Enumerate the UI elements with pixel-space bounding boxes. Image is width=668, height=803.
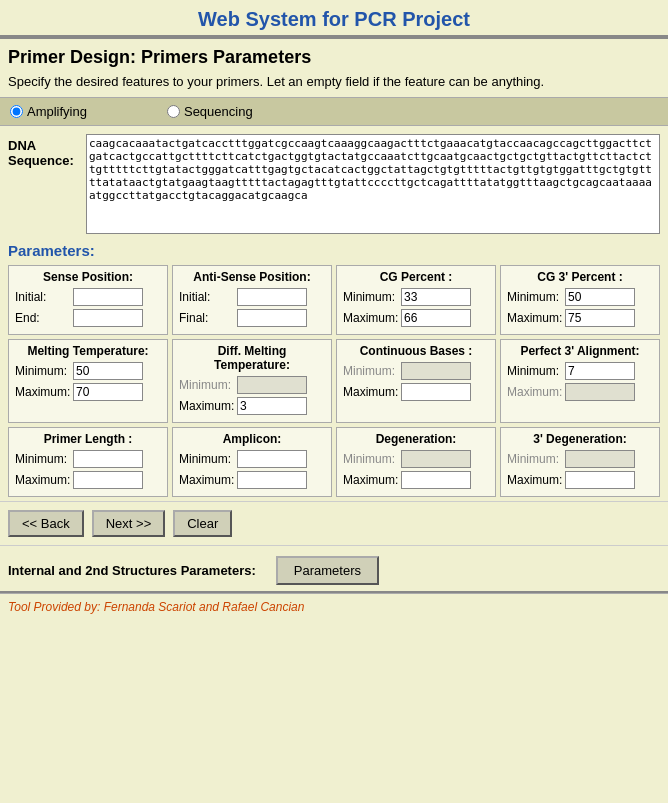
perfect3-min-input[interactable] [565,362,635,380]
degen-min-row: Minimum: [343,450,489,468]
degeneration3-title: 3' Degeneration: [507,432,653,446]
cg-min-label: Minimum: [343,290,401,304]
melt-min-label: Minimum: [15,364,73,378]
cg-min-input[interactable] [401,288,471,306]
next-button[interactable]: Next >> [92,510,166,537]
degen3-min-row: Minimum: [507,450,653,468]
degen-min-label: Minimum: [343,452,401,466]
header: Web System for PCR Project [0,0,668,37]
perfect3-alignment-box: Perfect 3' Alignment: Minimum: Maximum: [500,339,660,423]
melt-max-label: Maximum: [15,385,73,399]
degen-max-input[interactable] [401,471,471,489]
footer-authors: Fernanda Scariot and Rafael Cancian [104,600,305,614]
description: Specify the desired features to your pri… [0,72,668,97]
cont-min-row: Minimum: [343,362,489,380]
melt-min-row: Minimum: [15,362,161,380]
anti-initial-row: Initial: [179,288,325,306]
cont-max-row: Maximum: [343,383,489,401]
amplicon-title: Amplicon: [179,432,325,446]
dna-textarea[interactable]: caagcacaaatactgatcacctttggatcgccaagtcaaa… [86,134,660,234]
degen3-max-input[interactable] [565,471,635,489]
amplicon-max-input[interactable] [237,471,307,489]
anti-sense-position-box: Anti-Sense Position: Initial: Final: [172,265,332,335]
anti-sense-position-title: Anti-Sense Position: [179,270,325,284]
sequencing-radio[interactable] [167,105,180,118]
sense-position-title: Sense Position: [15,270,161,284]
sense-initial-label: Initial: [15,290,73,304]
primer-len-max-input[interactable] [73,471,143,489]
primer-len-min-input[interactable] [73,450,143,468]
perfect3-min-label: Minimum: [507,364,565,378]
amplicon-min-input[interactable] [237,450,307,468]
degeneration-box: Degeneration: Minimum: Maximum: [336,427,496,497]
cg-min-row: Minimum: [343,288,489,306]
diff-melting-box: Diff. Melting Temperature: Minimum: Maxi… [172,339,332,423]
diff-melt-max-label: Maximum: [179,399,237,413]
amplicon-min-label: Minimum: [179,452,237,466]
cg-percent-box: CG Percent : Minimum: Maximum: [336,265,496,335]
cg3-min-label: Minimum: [507,290,565,304]
degen3-max-label: Maximum: [507,473,565,487]
diff-melt-min-input [237,376,307,394]
cont-min-input [401,362,471,380]
primer-length-title: Primer Length : [15,432,161,446]
primer-len-max-row: Maximum: [15,471,161,489]
sense-end-input[interactable] [73,309,143,327]
sense-initial-input[interactable] [73,288,143,306]
perfect3-alignment-title: Perfect 3' Alignment: [507,344,653,358]
buttons-row: << Back Next >> Clear [0,501,668,546]
anti-initial-input[interactable] [237,288,307,306]
cg3-percent-box: CG 3' Percent : Minimum: Maximum: [500,265,660,335]
cg3-max-input[interactable] [565,309,635,327]
cont-min-label: Minimum: [343,364,401,378]
degeneration3-box: 3' Degeneration: Minimum: Maximum: [500,427,660,497]
amplifying-label: Amplifying [27,104,87,119]
footer: Tool Provided by: Fernanda Scariot and R… [0,593,668,620]
cg-max-label: Maximum: [343,311,401,325]
anti-final-input[interactable] [237,309,307,327]
anti-final-label: Final: [179,311,237,325]
cg-max-row: Maximum: [343,309,489,327]
cg3-min-input[interactable] [565,288,635,306]
primer-len-min-row: Minimum: [15,450,161,468]
cg-percent-title: CG Percent : [343,270,489,284]
primer-len-min-label: Minimum: [15,452,73,466]
perfect3-max-label: Maximum: [507,385,565,399]
sequencing-label: Sequencing [184,104,253,119]
perfect3-max-input [565,383,635,401]
cg3-max-label: Maximum: [507,311,565,325]
footer-text: Tool Provided by: [8,600,104,614]
continuous-bases-box: Continuous Bases : Minimum: Maximum: [336,339,496,423]
amplicon-box: Amplicon: Minimum: Maximum: [172,427,332,497]
primer-type-bar: Amplifying Sequencing [0,97,668,126]
melting-temp-title: Melting Temperature: [15,344,161,358]
clear-button[interactable]: Clear [173,510,232,537]
site-title: Web System for PCR Project [4,8,664,31]
anti-initial-label: Initial: [179,290,237,304]
amplifying-option[interactable]: Amplifying [10,104,87,119]
amplifying-radio[interactable] [10,105,23,118]
degen-max-label: Maximum: [343,473,401,487]
melting-temp-box: Melting Temperature: Minimum: Maximum: [8,339,168,423]
diff-melt-min-label: Minimum: [179,378,237,392]
primer-len-max-label: Maximum: [15,473,73,487]
perfect3-min-row: Minimum: [507,362,653,380]
melt-min-input[interactable] [73,362,143,380]
diff-melt-max-input[interactable] [237,397,307,415]
parameters-button[interactable]: Parameters [276,556,379,585]
cg3-min-row: Minimum: [507,288,653,306]
internal-label: Internal and 2nd Structures Parameters: [8,563,256,578]
dna-label: DNASequence: [8,134,78,168]
cg3-max-row: Maximum: [507,309,653,327]
melt-max-row: Maximum: [15,383,161,401]
cont-max-label: Maximum: [343,385,401,399]
diff-melting-title: Diff. Melting Temperature: [179,344,325,372]
perfect3-max-row: Maximum: [507,383,653,401]
sequencing-option[interactable]: Sequencing [167,104,253,119]
cont-max-input[interactable] [401,383,471,401]
degen-min-input [401,450,471,468]
cg-max-input[interactable] [401,309,471,327]
continuous-bases-title: Continuous Bases : [343,344,489,358]
back-button[interactable]: << Back [8,510,84,537]
melt-max-input[interactable] [73,383,143,401]
